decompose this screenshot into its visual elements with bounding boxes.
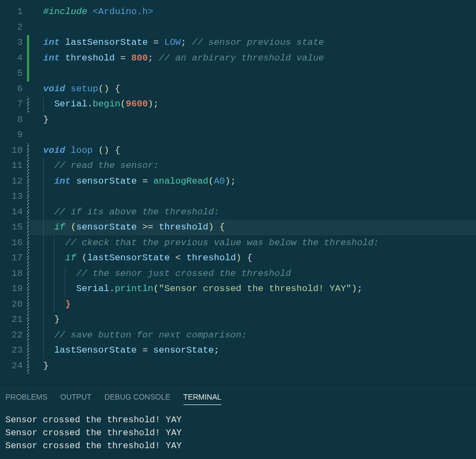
change-marker <box>27 97 29 112</box>
code-area[interactable]: #include <Arduino.h> int lastSensorState… <box>30 0 476 384</box>
token-type: void <box>43 145 65 156</box>
token-paren: ( <box>71 222 76 232</box>
token-brace: { <box>115 145 120 156</box>
line-number: 12 <box>0 174 27 190</box>
token-paren: ) <box>208 222 214 232</box>
token-paren: ( <box>98 84 104 94</box>
token-type: int <box>43 53 60 63</box>
token-op: = <box>153 37 159 48</box>
code-line[interactable] <box>30 20 476 36</box>
token-keyword: if <box>54 222 65 232</box>
token-comment: // sensor previous state <box>192 37 324 48</box>
token-punc: ; <box>214 345 219 355</box>
token-var: lastSensorState <box>87 253 170 263</box>
token-op: >= <box>142 222 153 232</box>
line-number: 6 <box>0 82 27 97</box>
code-line[interactable]: } <box>30 312 476 328</box>
code-line[interactable]: // ckeck that the previous value was bel… <box>30 235 476 251</box>
code-line[interactable] <box>30 189 476 205</box>
token-comment: // ckeck that the previous value was bel… <box>65 238 379 248</box>
line-number: 19 <box>0 281 27 297</box>
token-punc: . <box>87 99 93 109</box>
token-brace: { <box>247 253 253 263</box>
code-line[interactable]: Serial.println("Sensor crossed the thres… <box>30 281 476 297</box>
token-num: 9600 <box>126 99 148 109</box>
line-number: 21 <box>0 312 27 328</box>
token-call: println <box>115 284 153 294</box>
token-func: setup <box>71 84 98 94</box>
line-number: 20 <box>0 297 27 313</box>
change-marker <box>27 281 29 297</box>
change-marker <box>27 82 29 97</box>
code-line[interactable]: } <box>30 297 476 313</box>
code-line[interactable]: int lastSensorState = LOW; // sensor pre… <box>30 35 476 51</box>
token-include: #include <box>43 6 87 17</box>
token-var: lastSensorState <box>54 345 137 355</box>
change-marker <box>27 174 29 190</box>
line-number: 24 <box>0 359 27 374</box>
line-number-gutter: 123456789101112131415161718192021222324 <box>0 0 27 384</box>
change-marker <box>27 297 29 313</box>
token-punc: ; <box>153 99 159 109</box>
code-line[interactable]: int sensorState = analogRead(A0); <box>30 174 476 190</box>
token-string: "Sensor crossed the threshold! YAY" <box>159 284 351 294</box>
token-paren: ) <box>236 253 241 263</box>
terminal-line: Sensor crossed the threshold! YAY <box>5 427 471 440</box>
line-number: 5 <box>0 66 27 82</box>
line-number: 2 <box>0 20 27 36</box>
code-line[interactable]: // read the sensor: <box>30 158 476 174</box>
token-paren: ( <box>81 253 87 263</box>
token-var: Serial <box>54 99 87 109</box>
code-line[interactable]: lastSensorState = sensorState; <box>30 343 476 359</box>
change-marker <box>27 235 29 251</box>
token-brace: } <box>43 361 49 371</box>
change-marker <box>27 4 29 20</box>
token-brace: { <box>115 84 120 94</box>
token-var: sensorState <box>76 176 137 186</box>
token-paren: ) <box>148 99 153 109</box>
token-brace: } <box>54 314 59 325</box>
code-line[interactable]: // save button for next comparison: <box>30 328 476 343</box>
code-line[interactable]: int threshold = 800; // an arbirary thre… <box>30 51 476 66</box>
code-line[interactable]: if (lastSensorState < threshold) { <box>30 251 476 266</box>
token-op: = <box>142 176 148 186</box>
change-marker <box>27 66 29 82</box>
code-line[interactable]: Serial.begin(9600); <box>30 97 476 112</box>
tab-debug-console[interactable]: DEBUG CONSOLE <box>104 389 170 405</box>
token-paren: ) <box>104 84 109 94</box>
code-line[interactable]: void loop () { <box>30 143 476 159</box>
tab-problems[interactable]: PROBLEMS <box>5 389 47 405</box>
token-var: lastSensorState <box>65 37 148 48</box>
token-var: sensorState <box>76 222 137 232</box>
token-punc: . <box>109 284 114 294</box>
code-line[interactable]: } <box>30 359 476 374</box>
token-func: loop <box>71 145 93 156</box>
token-paren: ) <box>104 145 109 156</box>
code-line[interactable] <box>30 66 476 82</box>
change-marker <box>27 143 29 159</box>
code-line[interactable]: // the senor just crossed the threshold <box>30 266 476 282</box>
line-number: 14 <box>0 205 27 220</box>
change-marker <box>27 359 29 374</box>
code-line[interactable]: } <box>30 112 476 128</box>
tab-output[interactable]: OUTPUT <box>60 389 92 405</box>
code-line[interactable]: #include <Arduino.h> <box>30 4 476 20</box>
token-brace: { <box>219 222 225 232</box>
token-brace: } <box>43 114 49 125</box>
code-editor[interactable]: 123456789101112131415161718192021222324 … <box>0 0 476 384</box>
code-line[interactable]: // if its above the threshold: <box>30 205 476 220</box>
panel-tabs: PROBLEMS OUTPUT DEBUG CONSOLE TERMINAL <box>5 389 471 410</box>
code-line[interactable]: void setup() { <box>30 82 476 97</box>
token-paren: ( <box>120 99 126 109</box>
terminal-output[interactable]: Sensor crossed the threshold! YAY Sensor… <box>5 410 471 453</box>
change-marker <box>27 312 29 328</box>
code-line[interactable]: if (sensorState >= threshold) { <box>30 220 476 235</box>
token-punc: ; <box>230 176 236 186</box>
tab-terminal[interactable]: TERMINAL <box>183 389 222 405</box>
token-keyword: if <box>65 253 76 263</box>
token-comment: // save button for next comparison: <box>54 330 247 340</box>
token-call: analogRead <box>153 176 208 186</box>
change-marker <box>27 127 29 143</box>
code-line[interactable] <box>30 127 476 143</box>
terminal-line: Sensor crossed the threshold! YAY <box>5 440 471 453</box>
